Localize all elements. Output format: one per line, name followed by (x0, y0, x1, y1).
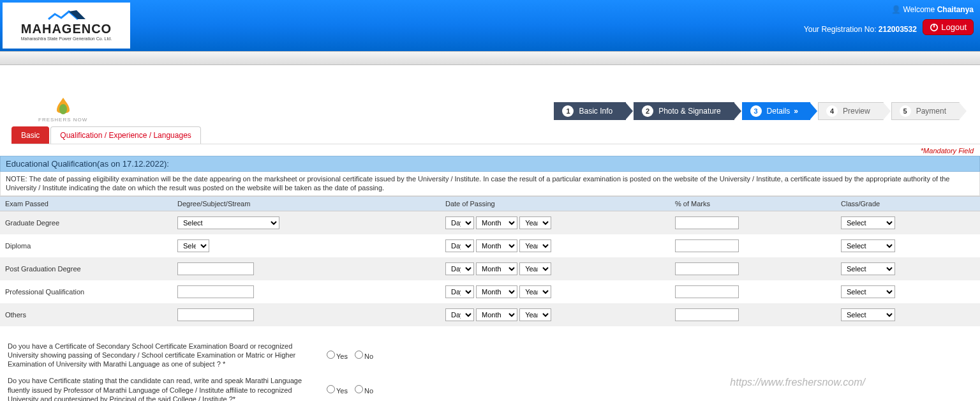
col-exam: Exam Passed (0, 196, 172, 211)
wizard-steps: 1Basic Info 2Photo & Signature 3Details»… (554, 102, 967, 120)
tab-basic[interactable]: Basic (11, 126, 49, 144)
step-basic-info[interactable]: 1Basic Info (554, 102, 626, 120)
top-header: MAHAGENCO Maharashtra State Power Genera… (0, 0, 980, 51)
content-top: FRESHERS NOW 1Basic Info 2Photo & Signat… (0, 65, 980, 123)
question-2-radios: Yes No (327, 385, 378, 395)
logo-wave-icon (47, 10, 85, 22)
graduate-grade[interactable]: Select (841, 216, 895, 229)
col-marks: % of Marks (670, 196, 836, 211)
q2-yes-label[interactable]: Yes (327, 387, 348, 395)
step-payment[interactable]: 5Payment (891, 102, 960, 120)
others-year[interactable]: Year (519, 308, 551, 321)
note-text: NOTE: The date of passing eligibility ex… (0, 172, 980, 196)
label-postgrad: Post Graduation Degree (0, 257, 172, 280)
logo-text: MAHAGENCO (21, 22, 112, 36)
logo: MAHAGENCO Maharashtra State Power Genera… (3, 3, 130, 49)
mandatory-label: *Mandatory Field (0, 144, 980, 156)
graduate-month[interactable]: Month (476, 216, 517, 229)
professional-day[interactable]: Day (445, 285, 474, 298)
question-2-text: Do you have Certificate stating that the… (8, 376, 314, 401)
welcome-text: 👤 Welcome Chaitanya (804, 5, 974, 14)
professional-grade[interactable]: Select (841, 285, 895, 298)
subtabs: Basic Qualification / Experience / Langu… (11, 126, 980, 144)
freshers-label: FRESHERS NOW (38, 117, 87, 123)
row-diploma: Diploma Select Day Month Year Select (0, 234, 980, 257)
diploma-month[interactable]: Month (476, 239, 517, 252)
col-dop: Date of Passing (440, 196, 670, 211)
row-graduate: Graduate Degree Select Day Month Year Se… (0, 211, 980, 234)
logout-button[interactable]: Logout (923, 19, 974, 35)
q2-no-radio[interactable] (355, 385, 363, 393)
q2-no-label[interactable]: No (355, 387, 373, 395)
label-professional: Professional Qualification (0, 280, 172, 303)
question-1-text: Do you have a Certificate of Secondary S… (8, 342, 314, 369)
professional-degree-input[interactable] (177, 285, 254, 298)
user-icon: 👤 (891, 5, 901, 14)
step-photo-signature[interactable]: 2Photo & Signature (634, 102, 734, 120)
reg-logout-row: Your Registration No: 212003532 Logout (804, 19, 974, 35)
logo-subtext: Maharashtra State Power Generation Co. L… (21, 36, 112, 41)
header-right: 👤 Welcome Chaitanya Your Registration No… (804, 5, 974, 35)
label-graduate: Graduate Degree (0, 211, 172, 234)
freshers-flame-icon (50, 96, 76, 116)
others-marks[interactable] (675, 308, 739, 321)
q1-yes-label[interactable]: Yes (327, 352, 348, 360)
power-icon (930, 23, 939, 32)
others-degree-input[interactable] (177, 308, 254, 321)
graduate-year[interactable]: Year (519, 216, 551, 229)
row-postgrad: Post Graduation Degree Day Month Year Se… (0, 257, 980, 280)
postgrad-day[interactable]: Day (445, 262, 474, 275)
graduate-day[interactable]: Day (445, 216, 474, 229)
diploma-day[interactable]: Day (445, 239, 474, 252)
question-1-row: Do you have a Certificate of Secondary S… (0, 338, 980, 373)
question-1-radios: Yes No (327, 351, 378, 360)
tab-qualification[interactable]: Qualification / Experience / Languages (50, 126, 200, 144)
professional-month[interactable]: Month (476, 285, 517, 298)
label-diploma: Diploma (0, 234, 172, 257)
freshers-logo: FRESHERS NOW (38, 96, 87, 123)
postgrad-month[interactable]: Month (476, 262, 517, 275)
q2-yes-radio[interactable] (327, 385, 335, 393)
section-title: Educational Qualification(as on 17.12.20… (0, 156, 980, 172)
diploma-degree-select[interactable]: Select (177, 239, 209, 252)
postgrad-degree-input[interactable] (177, 262, 254, 275)
step-preview[interactable]: 4Preview (818, 102, 884, 120)
step-details[interactable]: 3Details» (742, 102, 810, 120)
label-others: Others (0, 303, 172, 326)
diploma-marks[interactable] (675, 239, 739, 252)
registration-number: Your Registration No: 212003532 (804, 25, 917, 34)
row-others: Others Day Month Year Select (0, 303, 980, 326)
graduate-marks[interactable] (675, 216, 739, 229)
q1-no-radio[interactable] (355, 351, 363, 359)
q1-yes-radio[interactable] (327, 351, 335, 359)
others-grade[interactable]: Select (841, 308, 895, 321)
postgrad-marks[interactable] (675, 262, 739, 275)
others-day[interactable]: Day (445, 308, 474, 321)
q1-no-label[interactable]: No (355, 352, 373, 360)
divider-bar (0, 51, 980, 65)
others-month[interactable]: Month (476, 308, 517, 321)
question-2-row: Do you have Certificate stating that the… (0, 372, 980, 401)
education-table: Exam Passed Degree/Subject/Stream Date o… (0, 196, 980, 326)
professional-year[interactable]: Year (519, 285, 551, 298)
col-degree: Degree/Subject/Stream (172, 196, 440, 211)
graduate-degree-select[interactable]: Select (177, 216, 279, 229)
svg-point-3 (59, 104, 67, 114)
professional-marks[interactable] (675, 285, 739, 298)
step-active-arrows-icon: » (794, 107, 797, 116)
row-professional: Professional Qualification Day Month Yea… (0, 280, 980, 303)
postgrad-grade[interactable]: Select (841, 262, 895, 275)
diploma-grade[interactable]: Select (841, 239, 895, 252)
col-grade: Class/Grade (836, 196, 980, 211)
postgrad-year[interactable]: Year (519, 262, 551, 275)
diploma-year[interactable]: Year (519, 239, 551, 252)
